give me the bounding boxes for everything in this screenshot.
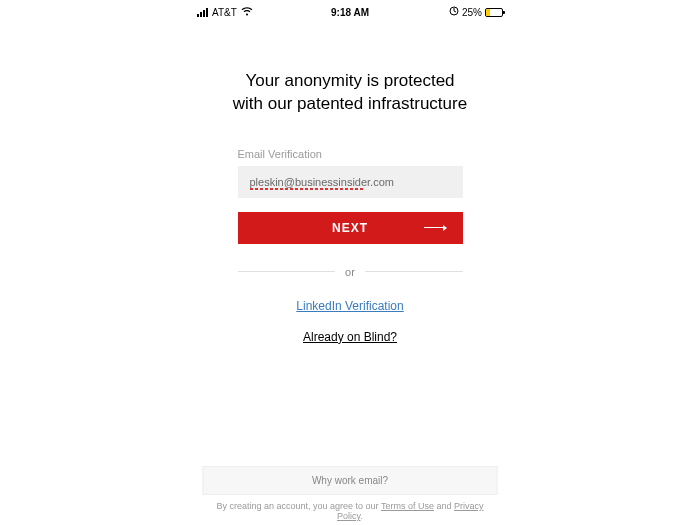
- legal-and: and: [434, 501, 454, 511]
- linkedin-verification-link[interactable]: LinkedIn Verification: [296, 299, 403, 313]
- email-label: Email Verification: [238, 148, 463, 160]
- legal-prefix: By creating an account, you agree to our: [216, 501, 380, 511]
- carrier-label: AT&T: [212, 7, 237, 18]
- footer: Why work email? By creating an account, …: [203, 466, 498, 525]
- status-left: AT&T: [197, 7, 253, 18]
- heading-line2: with our patented infrastructure: [210, 93, 490, 116]
- divider-text: or: [345, 266, 355, 278]
- alt-links: LinkedIn Verification Already on Blind?: [238, 296, 463, 344]
- status-bar: AT&T 9:18 AM 25%: [0, 4, 700, 20]
- legal-period: .: [360, 511, 363, 521]
- divider-line-left: [238, 271, 336, 272]
- divider-line-right: [365, 271, 463, 272]
- divider: or: [238, 266, 463, 278]
- email-field[interactable]: [238, 166, 463, 198]
- battery-percent: 25%: [462, 7, 482, 18]
- signal-icon: [197, 8, 208, 17]
- next-button[interactable]: NEXT: [238, 212, 463, 244]
- status-right: 25%: [449, 6, 503, 18]
- heading-line1: Your anonymity is protected: [210, 70, 490, 93]
- arrow-right-icon: [424, 225, 447, 231]
- signup-form: Email Verification NEXT or LinkedIn Veri…: [238, 148, 463, 344]
- already-on-blind-link[interactable]: Already on Blind?: [238, 330, 463, 344]
- page-heading: Your anonymity is protected with our pat…: [210, 70, 490, 116]
- orientation-lock-icon: [449, 6, 459, 18]
- terms-of-use-link[interactable]: Terms of Use: [381, 501, 434, 511]
- main-content: Your anonymity is protected with our pat…: [210, 70, 490, 344]
- why-work-email-button[interactable]: Why work email?: [203, 466, 498, 495]
- legal-text: By creating an account, you agree to our…: [203, 495, 498, 525]
- clock: 9:18 AM: [331, 7, 369, 18]
- next-button-label: NEXT: [332, 221, 368, 235]
- wifi-icon: [241, 7, 253, 18]
- battery-icon: [485, 8, 503, 17]
- email-field-wrapper: [238, 166, 463, 198]
